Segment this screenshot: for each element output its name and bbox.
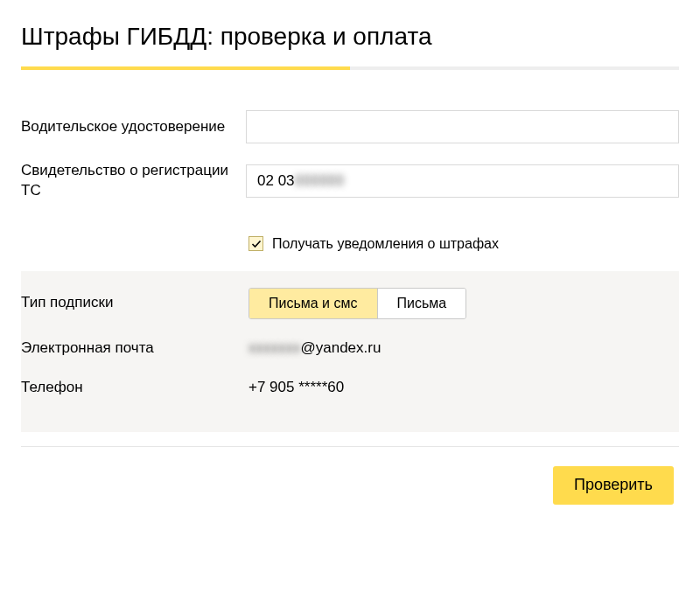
toggle-both[interactable]: Письма и смс bbox=[249, 289, 378, 318]
toggle-emails[interactable]: Письма bbox=[378, 289, 466, 318]
actions-bar: Проверить bbox=[21, 447, 679, 505]
registration-input[interactable]: 02 03 000000 bbox=[246, 164, 679, 198]
row-registration: Свидетельство о регистрации ТС 02 03 000… bbox=[21, 152, 679, 210]
progress-bar bbox=[21, 66, 679, 70]
page-title: Штрафы ГИБДД: проверка и оплата bbox=[21, 23, 679, 51]
row-email: Электронная почта xxxxxxx@yandex.ru bbox=[21, 329, 679, 368]
email-label: Электронная почта bbox=[21, 338, 248, 359]
row-subscription-type: Тип подписки Письма и смс Письма bbox=[21, 278, 679, 329]
submit-button[interactable]: Проверить bbox=[553, 466, 674, 505]
subscription-block: Тип подписки Письма и смс Письма Электро… bbox=[21, 271, 679, 432]
fines-form: Водительское удостоверение Свидетельство… bbox=[21, 101, 679, 505]
registration-value-obscured: 000000 bbox=[295, 172, 345, 190]
check-icon bbox=[251, 239, 262, 249]
license-input[interactable] bbox=[246, 110, 679, 143]
email-value-obscured: xxxxxxx bbox=[248, 339, 301, 356]
email-value-visible: @yandex.ru bbox=[301, 339, 382, 356]
notify-checkbox[interactable] bbox=[248, 236, 263, 251]
registration-value-visible: 02 03 bbox=[257, 172, 295, 190]
row-license: Водительское удостоверение bbox=[21, 101, 679, 152]
progress-fill bbox=[21, 66, 350, 70]
row-phone: Телефон +7 905 *****60 bbox=[21, 368, 679, 408]
subscription-toggle: Письма и смс Письма bbox=[248, 288, 466, 319]
phone-label: Телефон bbox=[21, 378, 248, 398]
subscription-type-label: Тип подписки bbox=[21, 293, 248, 313]
license-label: Водительское удостоверение bbox=[21, 117, 246, 137]
registration-label: Свидетельство о регистрации ТС bbox=[21, 161, 246, 201]
row-notify: Получать уведомления о штрафах bbox=[21, 210, 679, 271]
notify-label: Получать уведомления о штрафах bbox=[272, 236, 499, 252]
phone-value: +7 905 *****60 bbox=[248, 379, 679, 396]
